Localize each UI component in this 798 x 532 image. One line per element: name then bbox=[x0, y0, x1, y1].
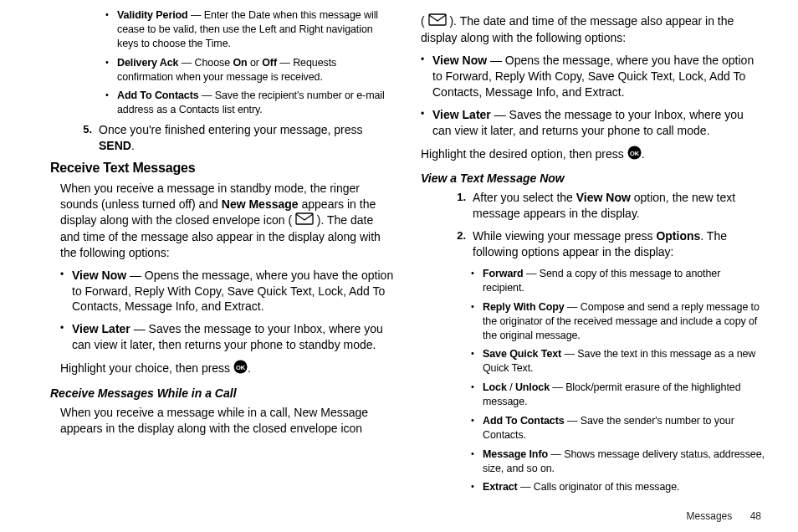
left-column: • Validity Period — Enter the Date when … bbox=[50, 8, 394, 499]
svg-rect-3 bbox=[429, 14, 446, 25]
list-item: • View Now — Opens the message, where yo… bbox=[421, 53, 765, 100]
list-item: • View Later — Saves the message to your… bbox=[421, 107, 765, 139]
list-item: • Delivery Ack — Choose On or Off — Requ… bbox=[105, 56, 394, 84]
heading-receive-in-call: Receive Messages While in a Call bbox=[50, 386, 394, 400]
view-options-list-2: • View Now — Opens the message, where yo… bbox=[421, 53, 765, 138]
svg-text:OK: OK bbox=[630, 149, 640, 156]
heading-receive-text: Receive Text Messages bbox=[50, 161, 394, 176]
list-item: •Extract — Calls originator of this mess… bbox=[471, 480, 765, 494]
step-5: 5. Once you're finished entering your me… bbox=[80, 122, 394, 154]
view-options-list: • View Now — Opens the message, where yo… bbox=[60, 268, 394, 353]
list-item: • Add To Contacts — Save the recipient's… bbox=[105, 89, 394, 117]
right-column: ( ). The date and time of the message al… bbox=[421, 8, 765, 499]
envelope-icon bbox=[295, 212, 314, 229]
list-item: 1. After you select the View Now option,… bbox=[454, 190, 765, 222]
list-item: •Message Info — Shows message delivery s… bbox=[471, 448, 765, 476]
paragraph: Highlight your choice, then press OK. bbox=[60, 360, 394, 378]
list-item: •Lock / Unlock — Block/permit erasure of… bbox=[471, 381, 765, 409]
paragraph: Highlight the desired option, then press… bbox=[421, 146, 765, 164]
ok-key-icon: OK bbox=[627, 146, 642, 164]
view-now-steps: 1. After you select the View Now option,… bbox=[454, 190, 765, 260]
paragraph: When you receive a message in standby mo… bbox=[60, 181, 394, 261]
ok-key-icon: OK bbox=[233, 360, 248, 378]
envelope-icon bbox=[428, 13, 447, 30]
list-item: •Reply With Copy — Compose and send a re… bbox=[471, 300, 765, 343]
svg-text:OK: OK bbox=[236, 364, 246, 371]
compose-options-list: • Validity Period — Enter the Date when … bbox=[105, 8, 394, 117]
list-item: •Save Quick Text — Save the text in this… bbox=[471, 347, 765, 376]
page-number: 48 bbox=[750, 510, 761, 522]
list-item: 2. While viewing your message press Opti… bbox=[454, 228, 765, 260]
list-item: • Validity Period — Enter the Date when … bbox=[105, 8, 394, 51]
list-item: • View Later — Saves the message to your… bbox=[60, 321, 394, 353]
paragraph-continuation: ( ). The date and time of the message al… bbox=[421, 13, 765, 46]
page-footer: Messages 48 bbox=[687, 510, 761, 522]
svg-rect-0 bbox=[296, 213, 313, 224]
paragraph: When you receive a message while in a ca… bbox=[60, 405, 394, 437]
footer-section: Messages bbox=[687, 510, 733, 522]
list-item: •Add To Contacts — Save the sender's num… bbox=[471, 414, 765, 442]
message-options-list: •Forward — Send a copy of this message t… bbox=[471, 267, 765, 494]
list-item: •Forward — Send a copy of this message t… bbox=[471, 267, 765, 295]
list-item: • View Now — Opens the message, where yo… bbox=[60, 268, 394, 315]
heading-view-now: View a Text Message Now bbox=[421, 171, 765, 185]
